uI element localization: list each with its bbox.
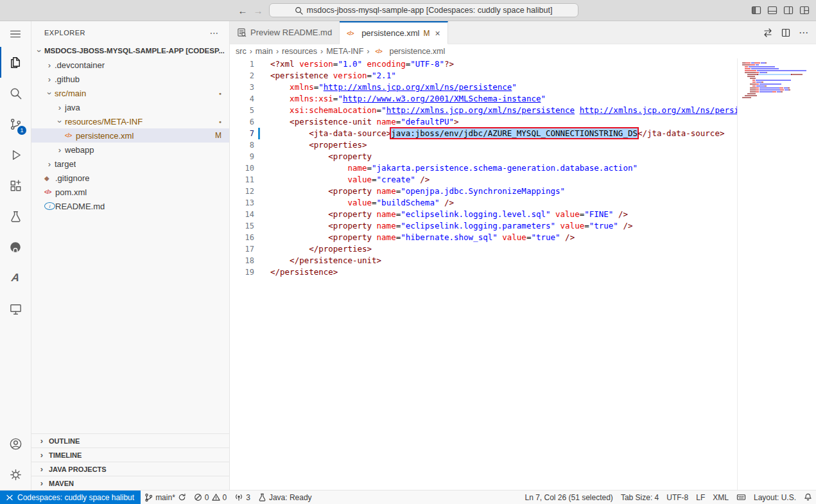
code-line-8[interactable]: 8 <properties> [230, 139, 816, 151]
split-editor-icon[interactable] [781, 28, 791, 38]
code-line-19[interactable]: 19</persistence> [230, 266, 816, 278]
tab-preview-readme[interactable]: Preview README.md [230, 21, 340, 44]
keyboard-layout-indicator[interactable] [733, 491, 750, 504]
tree-item-resources-meta-inf[interactable]: ›resources/META-INF● [31, 114, 229, 128]
breadcrumb-item[interactable]: src [236, 47, 247, 56]
code-line-7[interactable]: 7 <jta-data-source>java:jboss/env/jdbc/A… [230, 128, 816, 139]
chevron-right-icon: › [367, 47, 369, 56]
section-outline[interactable]: › OUTLINE [31, 433, 229, 448]
testing-icon[interactable] [0, 201, 31, 232]
tree-item-msdocs-jboss-mysql-sample-app-codesp[interactable]: ›MSDOCS-JBOSS-MYSQL-SAMPLE-APP [CODESP..… [31, 44, 229, 58]
keyboard-layout[interactable]: Layout: U.S. [750, 491, 800, 504]
code-line-9[interactable]: 9 <property [230, 151, 816, 162]
code-lines: 1<?xml version="1.0" encoding="UTF-8"?>2… [230, 58, 816, 490]
code-line-11[interactable]: 11 value="create" /> [230, 174, 816, 186]
java-status-label: Java: Ready [269, 493, 312, 502]
github-icon[interactable] [0, 232, 31, 263]
keyboard-layout-icon [736, 493, 746, 501]
code-line-18[interactable]: 18 </persistence-unit> [230, 255, 816, 266]
breadcrumb-item[interactable]: resources [282, 47, 317, 56]
explorer-more-actions-icon[interactable]: ⋯ [210, 28, 220, 38]
notifications[interactable] [800, 491, 816, 504]
open-changes-icon[interactable] [763, 28, 773, 38]
chevron-right-icon: › [37, 436, 47, 446]
code-line-3[interactable]: 3 xmlns="http://xmlns.jcp.org/xml/ns/per… [230, 82, 816, 93]
remote-indicator[interactable]: Codespaces: cuddly space halibut [0, 491, 141, 504]
tree-item-label: java [65, 103, 80, 112]
tree-item-gitignore[interactable]: ◆.gitignore [31, 171, 229, 185]
breadcrumb-item[interactable]: META-INF [326, 47, 363, 56]
remote-icon [5, 493, 14, 502]
tree-item-target[interactable]: ›target [31, 157, 229, 171]
explorer-icon[interactable] [0, 47, 31, 78]
code-line-17[interactable]: 17 </properties> [230, 243, 816, 255]
cursor-position[interactable]: Ln 7, Col 26 (51 selected) [521, 491, 616, 504]
section-java-projects[interactable]: › JAVA PROJECTS [31, 462, 229, 476]
toggle-panel-icon[interactable] [767, 5, 777, 15]
azure-icon[interactable]: A [0, 263, 31, 293]
search-view-icon[interactable] [0, 78, 31, 109]
code-line-6[interactable]: 6 <persistence-unit name="defaultPU"> [230, 116, 816, 128]
customize-layout-icon[interactable] [799, 5, 810, 15]
tree-item-persistence-xml[interactable]: </>persistence.xmlM [31, 128, 229, 143]
code-line-16[interactable]: 16 <property name="hibernate.show_sql" v… [230, 232, 816, 243]
tree-item-java[interactable]: ›java [31, 100, 229, 114]
section-label: TIMELINE [49, 451, 82, 459]
section-timeline[interactable]: › TIMELINE [31, 448, 229, 462]
code-line-14[interactable]: 14 <property name="eclipselink.logging.l… [230, 209, 816, 220]
code-line-4[interactable]: 4 xmlns:xsi="http://www.w3.org/2001/XMLS… [230, 93, 816, 105]
code-line-5[interactable]: 5 xsi:schemaLocation="http://xmlns.jcp.o… [230, 105, 816, 116]
toggle-secondary-sidebar-icon[interactable] [783, 5, 794, 15]
tree-item-src-main[interactable]: ›src/main● [31, 86, 229, 100]
menu-icon[interactable] [0, 21, 31, 47]
forward-button[interactable]: → [254, 6, 263, 15]
code-line-1[interactable]: 1<?xml version="1.0" encoding="UTF-8"?> [230, 58, 816, 70]
tree-item-label: .github [55, 74, 80, 84]
settings-gear-icon[interactable] [0, 459, 31, 490]
back-button[interactable]: ← [238, 6, 248, 15]
branch-label: main* [155, 493, 175, 502]
tree-item-webapp[interactable]: ›webapp [31, 143, 229, 157]
encoding[interactable]: UTF-8 [663, 491, 692, 504]
problems-indicator[interactable]: 0 0 [190, 491, 230, 504]
extensions-icon[interactable] [0, 170, 31, 201]
code-line-13[interactable]: 13 value="buildSchema" /> [230, 197, 816, 209]
eol-sequence[interactable]: LF [692, 491, 709, 504]
tree-item-pom-xml[interactable]: </>pom.xml [31, 185, 229, 199]
language-mode[interactable]: XML [709, 491, 733, 504]
command-center-search[interactable]: msdocs-jboss-mysql-sample-app [Codespace… [269, 3, 578, 17]
source-control-icon[interactable]: 1 [0, 109, 31, 139]
chevron-right-icon: › [37, 450, 47, 460]
minimap[interactable] [737, 58, 816, 490]
tab-label: persistence.xml [361, 28, 419, 38]
section-maven[interactable]: › MAVEN [31, 476, 229, 490]
remote-explorer-icon[interactable] [0, 293, 31, 324]
ports-icon [234, 493, 243, 501]
branch-indicator[interactable]: main* [141, 491, 190, 504]
breadcrumb-item[interactable]: main [256, 47, 273, 56]
toggle-primary-sidebar-icon[interactable] [751, 5, 761, 15]
account-icon[interactable] [0, 428, 31, 459]
run-debug-icon[interactable] [0, 139, 31, 170]
java-status[interactable]: Java: Ready [254, 491, 316, 504]
tree-item-label: pom.xml [55, 187, 87, 197]
line-number: 2 [230, 70, 254, 82]
tree-item-readme-md[interactable]: iREADME.md [31, 199, 229, 213]
close-icon[interactable]: × [435, 28, 440, 39]
code-line-10[interactable]: 10 name="jakarta.persistence.schema-gene… [230, 162, 816, 174]
code-editor[interactable]: 1<?xml version="1.0" encoding="UTF-8"?>2… [230, 58, 816, 490]
editor-more-actions-icon[interactable]: ⋯ [799, 27, 808, 39]
code-line-15[interactable]: 15 <property name="eclipselink.logging.p… [230, 220, 816, 232]
code-line-2[interactable]: 2<persistence version="2.1" [230, 70, 816, 82]
code-line-12[interactable]: 12 <property name="openjpa.jdbc.Synchron… [230, 186, 816, 197]
tab-size[interactable]: Tab Size: 4 [617, 491, 663, 504]
chevron-right-icon: › [44, 74, 55, 84]
section-label: OUTLINE [49, 437, 80, 445]
chevron-down-icon: › [55, 116, 65, 126]
vscode-window: ← → msdocs-jboss-mysql-sample-app [Codes… [0, 0, 816, 504]
ports-indicator[interactable]: 3 [230, 491, 254, 504]
tree-item-github[interactable]: ›.github [31, 72, 229, 86]
tree-item-devcontainer[interactable]: ›.devcontainer [31, 58, 229, 72]
breadcrumb-item[interactable]: persistence.xml [389, 47, 445, 56]
tab-persistence-xml[interactable]: </> persistence.xml M × [340, 21, 448, 44]
